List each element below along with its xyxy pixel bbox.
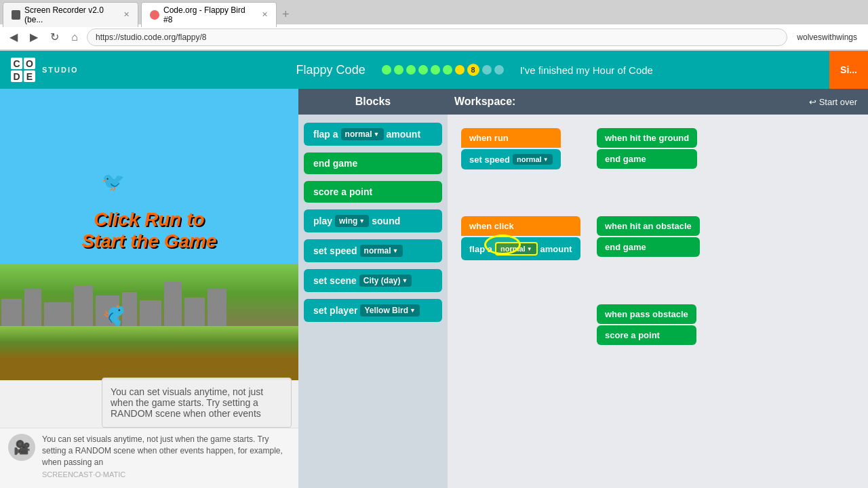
forward-button[interactable]: ▶: [26, 29, 42, 45]
game-title: Click Run to Start the Game: [75, 209, 224, 252]
flap-dropdown[interactable]: normal ▼: [341, 128, 384, 140]
when-click-group: when click flap a normal ▼ amount: [461, 216, 580, 262]
info-icon: 🎥: [8, 434, 35, 461]
studio-logo: C O D E STUDIO: [11, 58, 79, 82]
bottom-text: You can set visuals anytime, not just wh…: [42, 434, 290, 468]
restart-button[interactable]: ↩ Start over: [809, 97, 857, 107]
workspace-header: Workspace: ↩ Start over: [448, 89, 868, 115]
when-pass-obstacle-group: when pass obstacle score a point: [597, 304, 696, 346]
dot-5: [431, 65, 440, 75]
workspace: Workspace: ↩ Start over when run set spe…: [448, 89, 868, 488]
dot-3: [406, 65, 416, 75]
tab-close-icon[interactable]: ✕: [262, 10, 268, 19]
ws-set-speed[interactable]: set speed normal ▼: [461, 149, 561, 169]
ws-flap-dropdown[interactable]: normal ▼: [495, 242, 538, 256]
block-set-player[interactable]: set player Yellow Bird ▼: [304, 299, 442, 322]
block-set-speed[interactable]: set speed normal ▼: [304, 239, 442, 262]
progress-dots: 8: [382, 64, 504, 76]
block-set-scene[interactable]: set scene City (day) ▼: [304, 269, 442, 292]
dot-9: [482, 65, 492, 75]
ws-end-game-2[interactable]: end game: [597, 237, 700, 257]
screencast-logo: SCREENCAST·O·MATIC: [42, 470, 290, 479]
back-button[interactable]: ◀: [5, 29, 22, 45]
tab-close-icon[interactable]: ✕: [123, 10, 130, 19]
codeorg-favicon: [150, 10, 159, 20]
block-end-game[interactable]: end game: [304, 152, 442, 174]
dot-2: [394, 65, 403, 75]
when-hit-ground-group: when hit the ground end game: [597, 128, 697, 170]
ws-when-run[interactable]: when run: [461, 128, 561, 148]
dot-6: [443, 65, 452, 75]
screen-recorder-favicon: [12, 10, 20, 20]
ws-when-hit-obstacle[interactable]: when hit an obstacle: [597, 216, 700, 236]
ws-when-hit-ground[interactable]: when hit the ground: [597, 128, 697, 148]
studio-label: STUDIO: [42, 66, 79, 74]
flappy-bird: 🐦: [100, 168, 127, 195]
dot-4: [418, 65, 428, 75]
when-hit-obstacle-group: when hit an obstacle end game: [597, 216, 700, 258]
ws-speed-dropdown[interactable]: normal ▼: [513, 154, 553, 165]
dot-7: [455, 65, 465, 75]
logo-e: E: [24, 70, 35, 82]
block-score[interactable]: score a point: [304, 181, 442, 203]
bottom-info-bar: 🎥 You can set visuals anytime, not just …: [0, 428, 298, 488]
ws-score-point[interactable]: score a point: [597, 325, 696, 345]
logo-d: D: [11, 70, 22, 82]
block-play-sound[interactable]: play wing ▼ sound: [304, 209, 442, 232]
ws-flap[interactable]: flap a normal ▼ amount: [461, 237, 580, 260]
blocks-content: flap a normal ▼ amount end game score a …: [298, 115, 448, 488]
workspace-label: Workspace:: [454, 96, 515, 108]
blocks-panel: Blocks flap a normal ▼ amount end game s…: [298, 89, 448, 488]
tooltip-overlay: You can set visuals anytime, not just wh…: [102, 378, 292, 428]
logo-o: O: [24, 58, 35, 69]
new-tab-button[interactable]: +: [282, 7, 290, 22]
ground: [0, 326, 298, 380]
sign-in-button[interactable]: Si...: [829, 51, 868, 89]
finished-text: I've finished my Hour of Code: [520, 64, 653, 76]
city-background: [0, 272, 298, 326]
sound-dropdown[interactable]: wing ▼: [335, 215, 369, 227]
restart-icon: ↩: [809, 97, 816, 107]
logo-c: C: [11, 58, 22, 69]
home-button[interactable]: ⌂: [66, 29, 83, 45]
user-info: wolveswithwings: [791, 33, 863, 42]
refresh-button[interactable]: ↻: [46, 29, 62, 45]
tab-label: Screen Recorder v2.0 (be...: [24, 5, 118, 24]
url-bar[interactable]: [87, 28, 787, 46]
ws-when-pass-obstacle[interactable]: when pass obstacle: [597, 304, 696, 324]
when-run-group: when run set speed normal ▼: [461, 128, 561, 171]
app-title: Flappy Code: [296, 63, 366, 77]
workspace-content: when run set speed normal ▼ when hit the…: [448, 115, 868, 488]
player-dropdown[interactable]: Yellow Bird ▼: [360, 304, 420, 317]
restart-label: Start over: [819, 97, 857, 107]
game-canvas: 🐦 🐦 Click Run to Start the Game: [0, 89, 298, 380]
ws-when-click[interactable]: when click: [461, 216, 580, 236]
tab-screen-recorder[interactable]: Screen Recorder v2.0 (be... ✕: [3, 2, 138, 27]
dot-current[interactable]: 8: [467, 64, 479, 76]
scene-dropdown[interactable]: City (day) ▼: [359, 274, 412, 287]
tab-label: Code.org - Flappy Bird #8: [163, 5, 256, 24]
block-flap[interactable]: flap a normal ▼ amount: [304, 123, 442, 146]
speed-dropdown[interactable]: normal ▼: [360, 245, 403, 257]
dot-10: [494, 65, 504, 75]
dot-1: [382, 65, 391, 75]
blocks-header: Blocks: [298, 89, 448, 115]
ws-end-game-1[interactable]: end game: [597, 149, 697, 169]
tooltip-text: You can set visuals anytime, not just wh…: [111, 386, 263, 419]
tab-codeorg[interactable]: Code.org - Flappy Bird #8 ✕: [141, 2, 277, 27]
